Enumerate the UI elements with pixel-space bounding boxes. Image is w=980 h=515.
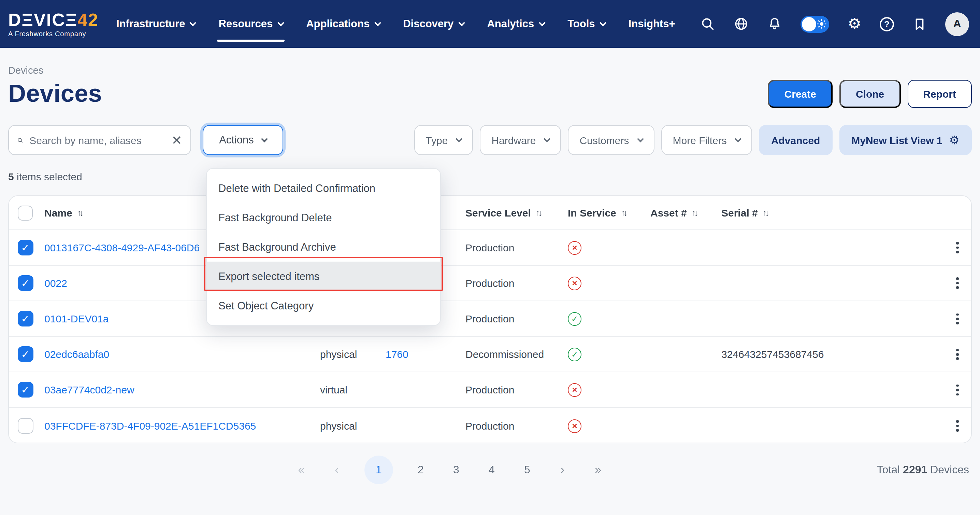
search-input[interactable] <box>29 134 165 146</box>
bookmark-icon[interactable] <box>912 17 927 31</box>
row-checkbox[interactable]: ✓ <box>18 240 33 255</box>
device-name-link[interactable]: 0022 <box>45 277 67 289</box>
chevron-down-icon <box>735 136 741 142</box>
column-header-service-level[interactable]: Service Level↑↓ <box>463 207 565 218</box>
sun-icon <box>817 19 827 29</box>
row-menu-kebab-icon[interactable] <box>947 275 969 292</box>
pagination-page-4[interactable]: 4 <box>484 464 500 476</box>
in-service-check-icon: ✓ <box>568 348 581 361</box>
pagination-prev-icon: ‹ <box>329 463 345 477</box>
table-row: ✓0101-DEV01aphysicalProduction✓ <box>9 301 971 337</box>
total-count: Total 2291 Devices <box>877 464 969 476</box>
screenshot-root: DΞVICΞ42 A Freshworks Company Infrastruc… <box>0 0 980 515</box>
menu-item-fast-background-delete[interactable]: Fast Background Delete <box>207 203 440 232</box>
row-checkbox[interactable] <box>18 418 33 434</box>
chevron-down-icon <box>261 135 268 142</box>
serial-number-cell: 324643257453687456 <box>719 349 944 360</box>
service-level-cell: Production <box>463 313 565 324</box>
create-button[interactable]: Create <box>768 80 833 108</box>
column-header-serial[interactable]: Serial #↑↓ <box>719 207 944 218</box>
view-settings-gear-icon[interactable]: ⚙ <box>949 134 960 146</box>
theme-toggle[interactable] <box>801 15 829 32</box>
nav-item-discovery[interactable]: Discovery <box>403 0 464 48</box>
filter-dropdown-more-filters[interactable]: More Filters <box>661 125 752 155</box>
in-service-x-icon: × <box>568 276 581 290</box>
nav-item-label: Infrastructure <box>116 18 185 30</box>
menu-item-set-object-category[interactable]: Set Object Category <box>207 291 440 320</box>
nav-item-analytics[interactable]: Analytics <box>487 0 544 48</box>
nav-item-applications[interactable]: Applications <box>306 0 380 48</box>
service-level-cell: Production <box>463 242 565 254</box>
nav-item-infrastructure[interactable]: Infrastructure <box>116 0 196 48</box>
in-service-check-icon: ✓ <box>568 312 581 325</box>
menu-item-fast-background-archive[interactable]: Fast Background Archive <box>207 232 440 261</box>
service-level-cell: Decommissioned <box>463 349 565 360</box>
row-menu-kebab-icon[interactable] <box>947 239 969 256</box>
report-button[interactable]: Report <box>907 80 972 108</box>
column-header-in-service[interactable]: In Service↑↓ <box>565 207 648 218</box>
filter-dropdown-customers[interactable]: Customers <box>568 125 654 155</box>
nav-item-label: Applications <box>306 18 369 30</box>
device-name-link[interactable]: 0101-DEV01a <box>45 313 108 324</box>
nav-item-resources[interactable]: Resources <box>219 0 283 48</box>
filter-dropdowns: TypeHardwareCustomersMore Filters <box>414 125 752 155</box>
toolbar: ✕ Actions TypeHardwareCustomersMore Filt… <box>8 125 972 155</box>
chevron-down-icon <box>458 19 465 26</box>
breadcrumb[interactable]: Devices <box>8 65 43 76</box>
help-icon[interactable]: ? <box>880 17 894 31</box>
menu-item-export-selected-items[interactable]: Export selected items <box>207 261 440 291</box>
table-header-row: Name↑↓ Service Level↑↓ In Service↑↓ Asse… <box>9 196 971 230</box>
sort-icon: ↑↓ <box>77 208 82 218</box>
row-menu-kebab-icon[interactable] <box>947 311 969 327</box>
actions-dropdown-button[interactable]: Actions <box>203 125 283 155</box>
device42-logo[interactable]: DΞVICΞ42 A Freshworks Company <box>8 11 99 37</box>
device-type-cell: physical <box>317 420 383 432</box>
table-row: ✓0022Production× <box>9 266 971 301</box>
user-avatar[interactable]: A <box>945 12 969 36</box>
device-type-cell: virtual <box>317 384 383 396</box>
advanced-button[interactable]: Advanced <box>759 125 832 155</box>
in-service-x-icon: × <box>568 383 581 397</box>
row-menu-kebab-icon[interactable] <box>947 346 969 363</box>
pagination-page-5[interactable]: 5 <box>519 464 535 476</box>
sort-icon: ↑↓ <box>692 208 697 218</box>
menu-item-delete-with-detailed-confirmation[interactable]: Delete with Detailed Confirmation <box>207 174 440 203</box>
notifications-bell-icon[interactable] <box>767 16 783 32</box>
in-service-x-icon: × <box>568 241 581 254</box>
search-icon[interactable] <box>700 16 716 32</box>
nav-item-tools[interactable]: Tools <box>568 0 605 48</box>
device-name-link[interactable]: 03FFCDFE-873D-4F09-902E-A51EF1CD5365 <box>45 420 256 432</box>
row-checkbox[interactable]: ✓ <box>18 311 33 327</box>
clone-button[interactable]: Clone <box>839 80 900 108</box>
device-name-link[interactable]: 0013167C-4308-4929-AF43-06D6 <box>45 242 200 254</box>
chevron-down-icon <box>455 136 462 142</box>
nav-item-insights[interactable]: Insights+ <box>628 0 675 48</box>
related-count-link[interactable]: 1760 <box>386 349 409 360</box>
row-menu-kebab-icon[interactable] <box>947 381 969 398</box>
selection-count: 5 <box>8 171 14 182</box>
pagination-page-2[interactable]: 2 <box>413 464 429 476</box>
row-checkbox[interactable]: ✓ <box>18 382 33 398</box>
pagination-next-icon[interactable]: › <box>555 463 571 477</box>
device-name-link[interactable]: 02edc6aabfa0 <box>45 349 109 360</box>
row-checkbox[interactable]: ✓ <box>18 275 33 291</box>
filter-dropdown-type[interactable]: Type <box>414 125 473 155</box>
clear-search-icon[interactable]: ✕ <box>171 134 182 147</box>
row-checkbox[interactable]: ✓ <box>18 347 33 362</box>
table-row: ✓02edc6aabfa0physical1760Decommissioned✓… <box>9 337 971 373</box>
pagination-last-icon[interactable]: » <box>590 463 606 477</box>
row-menu-kebab-icon[interactable] <box>947 418 969 434</box>
column-header-asset[interactable]: Asset #↑↓ <box>648 207 719 218</box>
globe-icon[interactable] <box>734 16 749 32</box>
nav-utilities: ⚙ ? A <box>700 12 969 36</box>
saved-view-button[interactable]: MyNew List View 1 ⚙ <box>839 125 972 155</box>
select-all-checkbox[interactable] <box>18 205 33 220</box>
pagination: «‹12345›» <box>293 456 606 484</box>
search-box[interactable]: ✕ <box>8 125 191 155</box>
device-name-link[interactable]: 03ae7774c0d2-new <box>45 384 134 396</box>
device-type-cell: physical <box>317 349 383 360</box>
filter-label: More Filters <box>673 134 727 146</box>
filter-dropdown-hardware[interactable]: Hardware <box>480 125 561 155</box>
settings-gear-icon[interactable]: ⚙ <box>848 15 861 33</box>
pagination-page-3[interactable]: 3 <box>449 464 464 476</box>
